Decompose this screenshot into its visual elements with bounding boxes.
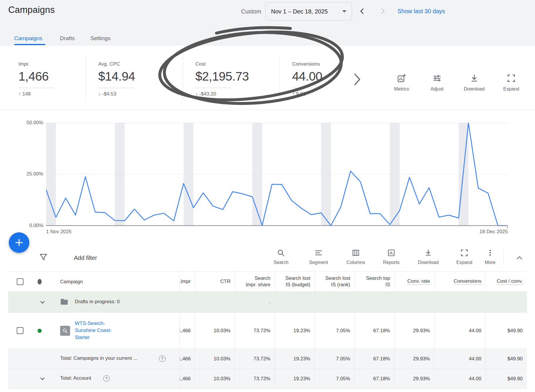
- status-enabled-icon[interactable]: [38, 329, 42, 333]
- cell-lost-is-budget: 19.23%: [275, 349, 314, 369]
- add-filter-button[interactable]: Add filter: [74, 255, 97, 261]
- help-icon[interactable]: ?: [103, 375, 110, 382]
- expand-button[interactable]: Expand: [497, 74, 525, 92]
- column-header-search-impr-share[interactable]: Searchimpr. share: [235, 272, 275, 292]
- metric-card-avg-cpc[interactable]: Avg. CPC $14.94 ↓ -$4.53: [86, 54, 183, 101]
- column-header-conversions[interactable]: Conversions: [434, 272, 485, 292]
- cell-ctr: 10.03%: [195, 369, 235, 388]
- chevron-down-icon: [39, 375, 46, 382]
- more-vertical-icon: [486, 249, 494, 257]
- column-header-search-lost-is-rank[interactable]: Search lostIS (rank): [314, 272, 354, 292]
- chevron-down-icon: [39, 299, 46, 306]
- plus-icon: [14, 238, 24, 247]
- column-header-search-top-is[interactable]: Search topIS: [354, 272, 394, 292]
- select-all-checkbox[interactable]: [17, 278, 23, 285]
- metrics-button[interactable]: Metrics: [387, 74, 416, 92]
- table-filter-bar: Add filter Search Segment Columns: [8, 248, 527, 269]
- action-label: More: [480, 260, 500, 265]
- table-row-campaign[interactable]: WTS-Search- Sunshine Coast- Starter 1,46…: [8, 313, 527, 349]
- delta-up-arrow-icon: ↑: [18, 91, 21, 97]
- metric-delta: 9.01: [296, 91, 306, 97]
- column-header-ctr[interactable]: CTR: [195, 272, 235, 292]
- show-last-30-days-link[interactable]: Show last 30 days: [397, 8, 445, 15]
- date-range-picker[interactable]: Nov 1 – Dec 18, 2025: [265, 2, 352, 21]
- table-segment-button[interactable]: Segment: [303, 249, 334, 265]
- campaign-name-link[interactable]: WTS-Search- Sunshine Coast- Starter: [75, 320, 112, 341]
- column-header-cost-per-conv[interactable]: Cost / conv.: [485, 272, 527, 292]
- tool-label: Download: [460, 86, 488, 92]
- metric-value: 44.00: [292, 69, 350, 83]
- tab-settings[interactable]: Settings: [90, 35, 111, 42]
- next-period-button[interactable]: [377, 5, 389, 17]
- download-button[interactable]: Download: [460, 74, 488, 92]
- cards-divider: [0, 110, 535, 110]
- cell-search-top-is: 67.18%: [354, 369, 394, 388]
- cell-lost-is-rank: 7.05%: [314, 313, 354, 349]
- status-filter-dot-icon[interactable]: [38, 279, 42, 284]
- table-more-button[interactable]: More: [480, 249, 500, 265]
- table-search-button[interactable]: Search: [266, 249, 296, 265]
- action-label: Segment: [303, 260, 334, 265]
- action-label: Download: [413, 260, 443, 265]
- segment-lines-icon: [314, 249, 323, 257]
- search-campaign-type-icon: [60, 326, 70, 336]
- adjust-button[interactable]: Adjust: [423, 74, 451, 92]
- metric-card-cost[interactable]: Cost $2,195.73 ↓ -$43.20: [183, 54, 280, 101]
- column-header-impr[interactable]: Impr.: [180, 279, 191, 284]
- download-icon: [424, 249, 432, 257]
- date-range-value: Nov 1 – Dec 18, 2025: [271, 8, 338, 15]
- x-axis-end-label: 18 Dec 2025: [475, 229, 508, 235]
- cell-search-impr-share: 73.72%: [235, 313, 275, 349]
- previous-period-button[interactable]: [356, 5, 368, 17]
- expand-corners-icon: [460, 249, 468, 257]
- cell-search-impr-share: 73.72%: [235, 369, 275, 388]
- table-reports-button[interactable]: Reports: [376, 249, 407, 265]
- table-row-total-account: Total: Account ? 1,466 10.03% 73.72% 19.…: [8, 369, 527, 389]
- cell-lost-is-rank: 7.05%: [314, 349, 354, 369]
- cell-conv-rate: 29.93%: [394, 349, 434, 369]
- expand-corners-icon: [507, 74, 516, 83]
- filter-button[interactable]: [39, 253, 48, 263]
- delta-down-arrow-icon: ↓: [195, 91, 198, 97]
- y-axis-tick-50: 50.00%: [11, 120, 43, 126]
- delta-down-arrow-icon: ↓: [98, 91, 101, 97]
- metric-card-impressions[interactable]: Impr. 1,466 ↑ 148: [8, 54, 86, 101]
- table-download-button[interactable]: Download: [413, 249, 443, 265]
- collapse-table-button[interactable]: [514, 252, 525, 265]
- campaigns-table: Campaign Impr. CTR Searchimpr. share Sea…: [8, 271, 527, 389]
- metric-value: $2,195.73: [195, 69, 280, 83]
- cell-ctr: 10.03%: [195, 349, 235, 369]
- collapse-row-button[interactable]: [39, 375, 46, 384]
- chevron-right-icon: [352, 72, 362, 87]
- metric-label: Avg. CPC: [98, 61, 183, 67]
- metric-divider: [98, 88, 133, 88]
- metric-delta: -$4.53: [102, 91, 116, 97]
- help-icon[interactable]: ?: [159, 355, 165, 362]
- metric-divider: [195, 88, 231, 88]
- cell-ctr: 10.03%: [195, 313, 235, 349]
- performance-line-chart[interactable]: [46, 123, 508, 229]
- collapse-row-button[interactable]: [39, 299, 46, 307]
- metric-value: 1,466: [18, 69, 86, 83]
- toolbar-divider: [503, 250, 504, 265]
- table-expand-button[interactable]: Expand: [449, 249, 480, 265]
- y-axis-tick-0: 0.00%: [11, 223, 43, 229]
- column-header-search-lost-is-budget[interactable]: Search lostIS (budget): [275, 272, 314, 292]
- tab-campaigns[interactable]: Campaigns: [14, 35, 42, 42]
- action-label: Columns: [341, 260, 371, 265]
- search-icon: [277, 249, 285, 257]
- column-header-conv-rate[interactable]: Conv. rate: [394, 272, 434, 292]
- table-header-row: Campaign Impr. CTR Searchimpr. share Sea…: [8, 271, 527, 292]
- y-axis-tick-25: 25.00%: [11, 171, 43, 177]
- total-row-label: Total: Account: [60, 375, 91, 381]
- column-header-campaign[interactable]: Campaign: [60, 279, 83, 285]
- tab-drafts[interactable]: Drafts: [60, 35, 75, 42]
- table-columns-button[interactable]: Columns: [341, 249, 371, 265]
- metric-card-conversions[interactable]: Conversions 44.00 ↑ 9.01: [280, 54, 350, 101]
- table-row-drafts-group[interactable]: Drafts in progress: 0 .: [8, 292, 527, 313]
- row-checkbox[interactable]: [17, 327, 23, 334]
- more-metrics-button[interactable]: [352, 72, 362, 88]
- tool-label: Adjust: [423, 86, 451, 92]
- cell-conversions: 44.00: [434, 313, 485, 349]
- columns-icon: [352, 249, 360, 257]
